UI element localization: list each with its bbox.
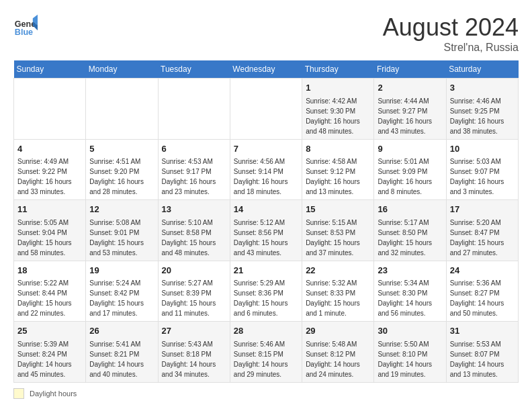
day-number: 29 [306, 324, 370, 338]
day-info: Sunrise: 5:53 AM [450, 339, 515, 349]
day-info: and 6 minutes. [234, 308, 298, 318]
day-info: Sunset: 8:15 PM [234, 349, 298, 359]
calendar-cell: 15Sunrise: 5:15 AMSunset: 8:53 PMDayligh… [302, 200, 374, 261]
calendar-cell: 5Sunrise: 4:51 AMSunset: 9:20 PMDaylight… [86, 139, 158, 200]
day-info: Sunset: 8:42 PM [89, 288, 154, 298]
day-info: Sunset: 8:30 PM [378, 288, 442, 298]
day-info: Sunrise: 5:46 AM [234, 339, 298, 349]
day-number: 27 [162, 324, 226, 338]
day-info: Sunrise: 5:22 AM [17, 278, 82, 288]
legend-label: Daylight hours [30, 390, 77, 398]
day-info: and 38 minutes. [450, 126, 515, 136]
day-number: 16 [378, 203, 442, 216]
day-number: 31 [450, 324, 515, 338]
day-info: and 3 minutes. [450, 187, 515, 197]
day-info: Daylight: 14 hours [378, 359, 442, 369]
calendar-cell [86, 79, 158, 140]
calendar-cell: 3Sunrise: 4:46 AMSunset: 9:25 PMDaylight… [446, 79, 518, 140]
day-info: and 11 minutes. [162, 308, 226, 318]
day-info: Daylight: 14 hours [234, 359, 298, 369]
day-info: Daylight: 16 hours [89, 177, 154, 187]
day-info: Sunrise: 4:44 AM [378, 96, 442, 106]
day-info: and 48 minutes. [162, 248, 226, 258]
day-info: Sunrise: 5:08 AM [89, 218, 154, 228]
day-number: 5 [89, 142, 154, 156]
day-info: Sunset: 8:47 PM [450, 228, 515, 238]
day-info: Sunset: 9:09 PM [378, 167, 442, 177]
calendar-cell: 16Sunrise: 5:17 AMSunset: 8:50 PMDayligh… [374, 200, 446, 261]
week-row: 25Sunrise: 5:39 AMSunset: 8:24 PMDayligh… [14, 322, 519, 383]
day-number: 20 [162, 264, 226, 277]
day-info: Daylight: 16 hours [450, 116, 515, 126]
day-info: Sunset: 8:07 PM [450, 349, 515, 359]
day-info: Sunset: 8:18 PM [162, 349, 226, 359]
day-number: 7 [234, 142, 298, 156]
day-info: and 56 minutes. [378, 308, 442, 318]
week-row: 18Sunrise: 5:22 AMSunset: 8:44 PMDayligh… [14, 261, 519, 322]
calendar-cell: 7Sunrise: 4:56 AMSunset: 9:14 PMDaylight… [230, 139, 302, 200]
day-info: Sunset: 9:27 PM [378, 106, 442, 116]
day-info: Daylight: 15 hours [89, 298, 154, 308]
day-number: 26 [89, 324, 154, 338]
calendar-cell: 12Sunrise: 5:08 AMSunset: 9:01 PMDayligh… [86, 200, 158, 261]
day-number: 13 [162, 203, 226, 216]
day-number: 10 [450, 142, 515, 156]
day-info: and 13 minutes. [450, 369, 515, 379]
day-number: 4 [17, 142, 82, 156]
calendar-cell: 22Sunrise: 5:32 AMSunset: 8:33 PMDayligh… [302, 261, 374, 322]
week-row: 11Sunrise: 5:05 AMSunset: 9:04 PMDayligh… [14, 200, 519, 261]
day-number: 30 [378, 324, 442, 338]
day-info: Daylight: 14 hours [17, 359, 82, 369]
day-info: Daylight: 15 hours [450, 238, 515, 248]
header-day: Wednesday [230, 60, 302, 79]
legend-box [13, 388, 24, 399]
calendar-table: SundayMondayTuesdayWednesdayThursdayFrid… [13, 60, 519, 383]
day-number: 22 [306, 264, 370, 277]
day-info: and 53 minutes. [89, 248, 154, 258]
header-day: Tuesday [158, 60, 230, 79]
day-info: Daylight: 15 hours [162, 298, 226, 308]
day-number: 17 [450, 203, 515, 216]
day-info: Sunset: 9:01 PM [89, 228, 154, 238]
day-info: Sunset: 8:24 PM [17, 349, 82, 359]
day-number: 3 [450, 81, 515, 95]
day-number: 25 [17, 324, 82, 338]
day-info: Daylight: 16 hours [162, 177, 226, 187]
day-info: Sunset: 9:30 PM [306, 106, 370, 116]
week-row: 4Sunrise: 4:49 AMSunset: 9:22 PMDaylight… [14, 139, 519, 200]
day-info: and 40 minutes. [89, 369, 154, 379]
calendar-cell: 13Sunrise: 5:10 AMSunset: 8:58 PMDayligh… [158, 200, 230, 261]
day-info: Sunrise: 5:39 AM [17, 339, 82, 349]
day-info: and 43 minutes. [378, 126, 442, 136]
day-info: and 33 minutes. [17, 187, 82, 197]
day-info: Sunrise: 4:51 AM [89, 156, 154, 167]
day-number: 24 [450, 264, 515, 277]
day-info: Daylight: 14 hours [162, 359, 226, 369]
day-number: 14 [234, 203, 298, 216]
day-info: and 48 minutes. [306, 126, 370, 136]
header-day: Monday [86, 60, 158, 79]
header-day: Thursday [302, 60, 374, 79]
day-info: Sunrise: 5:32 AM [306, 278, 370, 288]
day-number: 23 [378, 264, 442, 277]
day-info: and 17 minutes. [89, 308, 154, 318]
day-info: Sunset: 9:25 PM [450, 106, 515, 116]
calendar-cell: 23Sunrise: 5:34 AMSunset: 8:30 PMDayligh… [374, 261, 446, 322]
day-info: Sunrise: 5:15 AM [306, 218, 370, 228]
day-number: 15 [306, 203, 370, 216]
calendar-cell: 4Sunrise: 4:49 AMSunset: 9:22 PMDaylight… [14, 139, 86, 200]
day-info: Sunrise: 4:42 AM [306, 96, 370, 106]
day-info: Daylight: 15 hours [89, 238, 154, 248]
day-info: Sunset: 9:14 PM [234, 167, 298, 177]
day-info: and 37 minutes. [306, 248, 370, 258]
calendar-cell: 25Sunrise: 5:39 AMSunset: 8:24 PMDayligh… [14, 322, 86, 383]
calendar-cell [14, 79, 86, 140]
day-number: 1 [306, 81, 370, 95]
header-day: Sunday [14, 60, 86, 79]
calendar-cell: 2Sunrise: 4:44 AMSunset: 9:27 PMDaylight… [374, 79, 446, 140]
day-info: Sunrise: 4:46 AM [450, 96, 515, 106]
day-number: 9 [378, 142, 442, 156]
day-info: and 8 minutes. [378, 187, 442, 197]
calendar-cell: 21Sunrise: 5:29 AMSunset: 8:36 PMDayligh… [230, 261, 302, 322]
day-info: Sunrise: 5:43 AM [162, 339, 226, 349]
